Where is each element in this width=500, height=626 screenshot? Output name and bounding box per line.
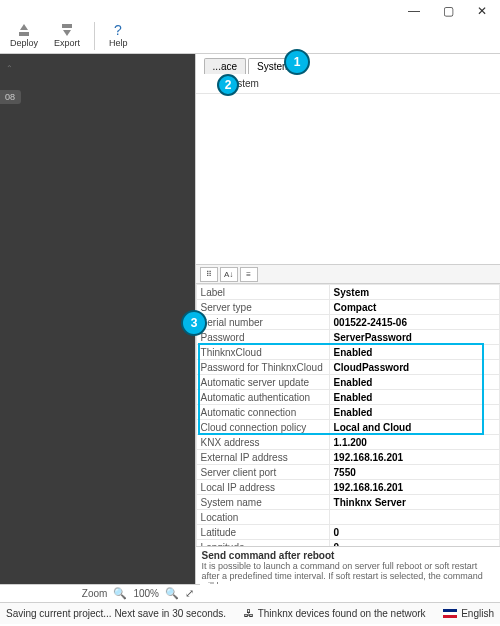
property-description: Send command after reboot It is possible… xyxy=(196,546,500,584)
svg-rect-0 xyxy=(19,32,29,36)
svg-rect-1 xyxy=(62,24,72,28)
status-bar: Saving current project... Next save in 3… xyxy=(0,602,500,624)
property-value[interactable]: System xyxy=(329,285,499,300)
property-value[interactable]: 001522-2415-06 xyxy=(329,315,499,330)
property-row[interactable]: KNX address1.1.200 xyxy=(196,435,499,450)
property-key: Automatic server update xyxy=(196,375,329,390)
zoom-label: Zoom xyxy=(82,588,108,599)
export-button[interactable]: Export xyxy=(50,22,84,48)
property-value[interactable] xyxy=(329,510,499,525)
status-network[interactable]: 🖧 Thinknx devices found on the network xyxy=(244,608,426,619)
property-row[interactable]: External IP address192.168.16.201 xyxy=(196,450,499,465)
property-key: Automatic authentication xyxy=(196,390,329,405)
minimize-button[interactable]: — xyxy=(406,4,422,18)
property-key: Password for ThinknxCloud xyxy=(196,360,329,375)
property-value[interactable]: 1.1.200 xyxy=(329,435,499,450)
canvas-tag: 08 xyxy=(0,90,21,104)
categorize-button[interactable]: ⠿ xyxy=(200,267,218,282)
property-value[interactable]: Enabled xyxy=(329,345,499,360)
property-key: Serial number xyxy=(196,315,329,330)
property-key: Server type xyxy=(196,300,329,315)
property-value[interactable]: Enabled xyxy=(329,390,499,405)
window-controls: — ▢ ✕ xyxy=(0,0,500,22)
maximize-button[interactable]: ▢ xyxy=(440,4,456,18)
property-key: ThinknxCloud xyxy=(196,345,329,360)
property-row[interactable]: Automatic authenticationEnabled xyxy=(196,390,499,405)
flag-icon xyxy=(443,609,457,618)
canvas-panel: 08 xyxy=(0,54,195,584)
property-row[interactable]: Server typeCompact xyxy=(196,300,499,315)
property-key: Local IP address xyxy=(196,480,329,495)
help-button[interactable]: ? Help xyxy=(105,22,132,48)
property-row[interactable]: Automatic connectionEnabled xyxy=(196,405,499,420)
status-left: Saving current project... Next save in 3… xyxy=(6,608,226,619)
property-key: System name xyxy=(196,495,329,510)
collapse-icon[interactable]: ⌃ xyxy=(6,64,13,73)
property-key: Label xyxy=(196,285,329,300)
property-value[interactable]: CloudPassword xyxy=(329,360,499,375)
property-row[interactable]: Latitude0 xyxy=(196,525,499,540)
callout-3: 3 xyxy=(181,310,207,336)
property-row[interactable]: ThinknxCloudEnabled xyxy=(196,345,499,360)
zoom-fit-icon[interactable]: ⤢ xyxy=(185,587,194,600)
property-key: Cloud connection policy xyxy=(196,420,329,435)
language-selector[interactable]: English xyxy=(443,608,494,619)
property-key: Automatic connection xyxy=(196,405,329,420)
property-row[interactable]: Automatic server updateEnabled xyxy=(196,375,499,390)
property-key: Password xyxy=(196,330,329,345)
props-view-button[interactable]: ≡ xyxy=(240,267,258,282)
zoom-in-icon[interactable]: 🔍 xyxy=(165,587,179,600)
tab-strip: ...ace System xyxy=(196,54,500,74)
zoom-out-icon[interactable]: 🔍 xyxy=(113,587,127,600)
property-key: KNX address xyxy=(196,435,329,450)
property-value[interactable]: Thinknx Server xyxy=(329,495,499,510)
tree-row-system[interactable]: ▸ System xyxy=(196,74,500,94)
property-toolbar: ⠿ A↓ ≡ xyxy=(196,264,500,284)
property-key: Location xyxy=(196,510,329,525)
network-icon: 🖧 xyxy=(244,608,254,619)
property-row[interactable]: Cloud connection policyLocal and Cloud xyxy=(196,420,499,435)
property-row[interactable]: LabelSystem xyxy=(196,285,499,300)
callout-2: 2 xyxy=(217,74,239,96)
zoom-value: 100% xyxy=(133,588,159,599)
property-value[interactable]: Local and Cloud xyxy=(329,420,499,435)
property-row[interactable]: Local IP address192.168.16.201 xyxy=(196,480,499,495)
property-key: Server client port xyxy=(196,465,329,480)
property-row[interactable]: Password for ThinknxCloudCloudPassword xyxy=(196,360,499,375)
property-row[interactable]: System nameThinknx Server xyxy=(196,495,499,510)
tree-empty-area xyxy=(196,94,500,264)
tab-interface[interactable]: ...ace xyxy=(204,58,246,74)
property-key: Latitude xyxy=(196,525,329,540)
property-value[interactable]: Enabled xyxy=(329,375,499,390)
property-value[interactable]: 7550 xyxy=(329,465,499,480)
property-row[interactable]: Location xyxy=(196,510,499,525)
svg-text:?: ? xyxy=(114,22,122,38)
property-value[interactable]: Enabled xyxy=(329,405,499,420)
property-row[interactable]: Server client port7550 xyxy=(196,465,499,480)
property-row[interactable]: Serial number001522-2415-06 xyxy=(196,315,499,330)
callout-1: 1 xyxy=(284,49,310,75)
toolbar: Deploy Export ? Help xyxy=(0,22,500,54)
property-value[interactable]: Compact xyxy=(329,300,499,315)
property-row[interactable]: PasswordServerPassword xyxy=(196,330,499,345)
property-grid[interactable]: LabelSystemServer typeCompactSerial numb… xyxy=(196,284,500,546)
close-button[interactable]: ✕ xyxy=(474,4,490,18)
property-key: External IP address xyxy=(196,450,329,465)
property-value[interactable]: 0 xyxy=(329,525,499,540)
sort-button[interactable]: A↓ xyxy=(220,267,238,282)
property-value[interactable]: 192.168.16.201 xyxy=(329,450,499,465)
property-value[interactable]: ServerPassword xyxy=(329,330,499,345)
property-value[interactable]: 192.168.16.201 xyxy=(329,480,499,495)
zoom-bar: Zoom 🔍 100% 🔍 ⤢ xyxy=(0,584,200,602)
deploy-button[interactable]: Deploy xyxy=(6,22,42,48)
